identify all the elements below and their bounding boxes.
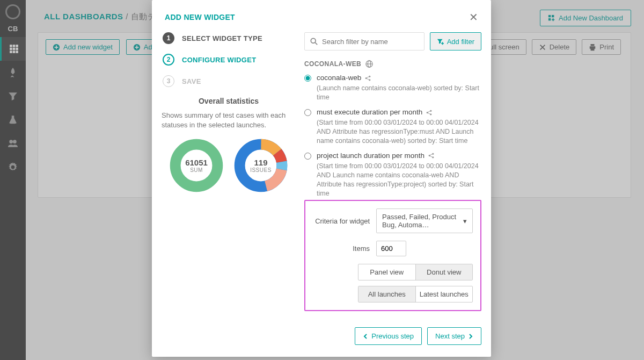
donut-label: ISSUES bbox=[250, 167, 272, 173]
wizard-right-column: Add filter COCONALA-WEB coconala-web (La… bbox=[304, 32, 481, 318]
widget-preview: Overall statistics Shows summary of test… bbox=[162, 97, 296, 193]
share-icon bbox=[364, 75, 371, 82]
donut-value: 61051 bbox=[185, 158, 208, 167]
filter-search-field[interactable] bbox=[322, 38, 419, 46]
donut-label: SUM bbox=[190, 167, 203, 173]
latest-launches-option[interactable]: Latest launches bbox=[415, 286, 473, 302]
search-icon bbox=[310, 38, 318, 45]
wizard-left-column: 1 SELECT WIDGET TYPE 2 CONFIGURE WIDGET … bbox=[162, 32, 296, 318]
criteria-highlight-box: Criteria for widget Passed, Failed, Prod… bbox=[304, 200, 481, 311]
items-input[interactable] bbox=[376, 241, 406, 256]
globe-icon bbox=[365, 60, 373, 68]
filter-list: coconala-web (Launch name contains cocon… bbox=[304, 73, 481, 197]
modal-title: ADD NEW WIDGET bbox=[165, 13, 235, 21]
donut-issues: 119ISSUES bbox=[233, 138, 289, 193]
step-2[interactable]: 2 CONFIGURE WIDGET bbox=[162, 54, 296, 66]
step-number: 3 bbox=[163, 75, 174, 87]
step-label: SELECT WIDGET TYPE bbox=[182, 34, 262, 42]
previous-step-button[interactable]: Previous step bbox=[355, 327, 422, 345]
chevron-down-icon: ▾ bbox=[463, 217, 467, 225]
svg-point-27 bbox=[369, 79, 370, 81]
chevron-right-icon bbox=[468, 334, 473, 339]
svg-point-30 bbox=[430, 113, 431, 115]
step-label: CONFIGURE WIDGET bbox=[182, 56, 256, 64]
add-filter-button[interactable]: Add filter bbox=[430, 32, 481, 51]
add-filter-label: Add filter bbox=[447, 38, 474, 46]
svg-point-29 bbox=[430, 110, 431, 111]
view-segment: Panel view Donut view bbox=[358, 264, 473, 280]
filter-option[interactable]: must execute duration per month (Start t… bbox=[304, 107, 481, 146]
next-step-button[interactable]: Next step bbox=[427, 327, 481, 345]
share-icon bbox=[428, 152, 435, 159]
filter-option[interactable]: project launch duration per month (Start… bbox=[304, 151, 481, 197]
filter-group-label: COCONALA-WEB bbox=[304, 60, 481, 68]
prev-label: Previous step bbox=[371, 332, 414, 340]
donut-value: 119 bbox=[254, 158, 267, 167]
modal-close-button[interactable]: ✕ bbox=[469, 12, 478, 23]
step-3: 3 SAVE bbox=[162, 75, 296, 87]
step-number: 2 bbox=[163, 54, 174, 66]
donut-sum: 61051SUM bbox=[169, 138, 224, 193]
svg-point-33 bbox=[432, 157, 434, 159]
filter-desc: (Start time from 00:00 03/01/2024 to 00:… bbox=[317, 162, 481, 197]
criteria-label: Criteria for widget bbox=[313, 217, 376, 225]
filter-plus-icon bbox=[437, 38, 444, 45]
next-label: Next step bbox=[435, 332, 465, 340]
filter-desc: (Start time from 00:00 03/01/2024 to 00:… bbox=[317, 118, 481, 146]
chevron-left-icon bbox=[363, 334, 368, 339]
filter-desc: (Launch name contains coconala-web) sort… bbox=[317, 84, 481, 102]
launches-segment: All launches Latest launches bbox=[358, 286, 473, 303]
modal-footer: Previous step Next step bbox=[152, 327, 491, 357]
donut-view-option[interactable]: Donut view bbox=[415, 264, 473, 280]
share-icon bbox=[426, 109, 433, 116]
step-number: 1 bbox=[163, 32, 174, 44]
filter-radio[interactable] bbox=[304, 75, 311, 82]
criteria-select[interactable]: Passed, Failed, Product Bug, Automa… ▾ bbox=[376, 208, 473, 233]
step-1[interactable]: 1 SELECT WIDGET TYPE bbox=[162, 32, 296, 44]
all-launches-option[interactable]: All launches bbox=[358, 286, 415, 302]
filter-option[interactable]: coconala-web (Launch name contains cocon… bbox=[304, 73, 481, 102]
filter-search-input[interactable] bbox=[304, 32, 425, 51]
preview-desc: Shows summary of test cases with each st… bbox=[162, 111, 296, 130]
step-label: SAVE bbox=[182, 77, 201, 85]
filter-name: must execute duration per month bbox=[317, 107, 422, 117]
criteria-value: Passed, Failed, Product Bug, Automa… bbox=[382, 213, 463, 229]
filter-name: project launch duration per month bbox=[317, 151, 425, 161]
add-widget-modal: ADD NEW WIDGET ✕ 1 SELECT WIDGET TYPE 2 … bbox=[152, 0, 491, 357]
preview-title: Overall statistics bbox=[162, 97, 296, 105]
group-label-text: COCONALA-WEB bbox=[304, 60, 361, 68]
filter-name: coconala-web bbox=[317, 73, 361, 83]
svg-point-32 bbox=[432, 153, 434, 155]
filter-radio[interactable] bbox=[304, 109, 311, 116]
panel-view-option[interactable]: Panel view bbox=[358, 264, 415, 280]
svg-point-26 bbox=[369, 75, 370, 77]
filter-radio[interactable] bbox=[304, 153, 311, 160]
items-label: Items bbox=[313, 244, 376, 253]
